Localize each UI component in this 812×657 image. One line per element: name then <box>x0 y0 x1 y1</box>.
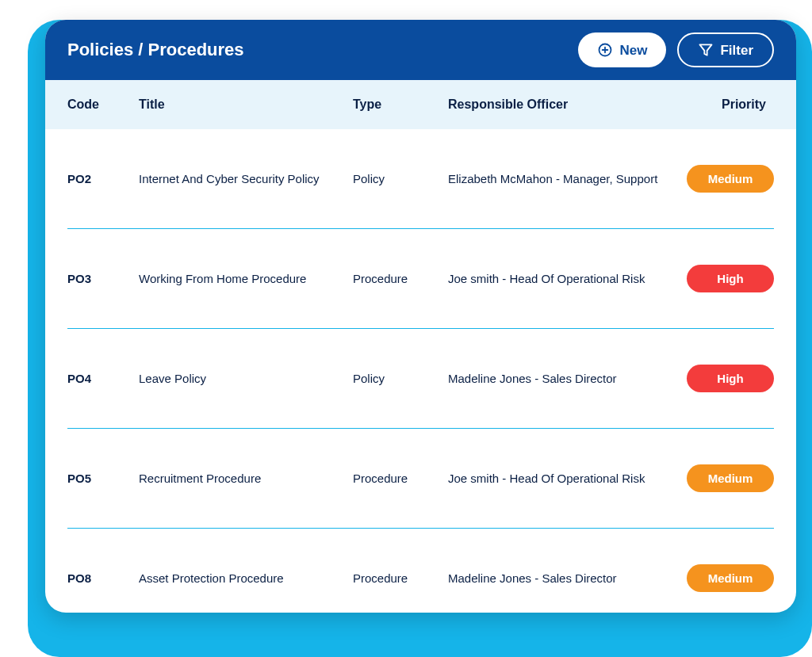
cell-priority: High <box>686 265 774 292</box>
new-button[interactable]: New <box>578 32 666 67</box>
cell-priority: High <box>686 365 774 392</box>
cell-officer: Joe smith - Head Of Operational Risk <box>448 272 686 285</box>
table-row[interactable]: PO3 Working From Home Procedure Procedur… <box>67 229 774 329</box>
table-row[interactable]: PO4 Leave Policy Policy Madeline Jones -… <box>67 329 774 429</box>
cell-code: PO4 <box>67 372 139 385</box>
cell-title: Recruitment Procedure <box>139 472 353 485</box>
table-row[interactable]: PO5 Recruitment Procedure Procedure Joe … <box>67 429 774 529</box>
table-body: PO2 Internet And Cyber Security Policy P… <box>45 129 796 613</box>
priority-badge: Medium <box>687 464 774 492</box>
priority-badge: Medium <box>687 165 774 193</box>
priority-badge: High <box>687 265 774 292</box>
filter-button-label: Filter <box>720 44 753 57</box>
policies-card: Policies / Procedures New <box>45 20 796 613</box>
cell-type: Policy <box>353 372 448 385</box>
col-header-title: Title <box>139 97 353 112</box>
priority-badge: Medium <box>687 564 774 592</box>
col-header-code: Code <box>67 97 139 112</box>
cell-title: Leave Policy <box>139 372 353 385</box>
background-panel: Policies / Procedures New <box>28 20 812 657</box>
cell-priority: Medium <box>686 564 774 592</box>
cell-type: Procedure <box>353 272 448 285</box>
cell-officer: Madeline Jones - Sales Director <box>448 571 686 585</box>
cell-code: PO8 <box>67 571 139 585</box>
table-row[interactable]: PO2 Internet And Cyber Security Policy P… <box>67 129 774 229</box>
cell-type: Procedure <box>353 472 448 485</box>
col-header-type: Type <box>353 97 448 112</box>
cell-priority: Medium <box>686 165 774 193</box>
table-row[interactable]: PO8 Asset Protection Procedure Procedure… <box>67 529 774 613</box>
filter-icon <box>698 42 714 58</box>
page-title: Policies / Procedures <box>67 40 244 60</box>
table-header: Code Title Type Responsible Officer Prio… <box>45 80 796 129</box>
new-button-label: New <box>619 44 647 57</box>
cell-code: PO2 <box>67 172 139 185</box>
card-header: Policies / Procedures New <box>45 20 796 80</box>
cell-code: PO3 <box>67 272 139 285</box>
priority-badge: High <box>687 365 774 392</box>
cell-type: Procedure <box>353 571 448 585</box>
filter-button[interactable]: Filter <box>677 32 774 67</box>
cell-code: PO5 <box>67 472 139 485</box>
plus-circle-icon <box>597 42 613 58</box>
col-header-officer: Responsible Officer <box>448 97 686 112</box>
cell-officer: Madeline Jones - Sales Director <box>448 372 686 385</box>
cell-type: Policy <box>353 172 448 185</box>
col-header-priority: Priority <box>686 97 774 112</box>
cell-title: Internet And Cyber Security Policy <box>139 172 353 185</box>
cell-title: Working From Home Procedure <box>139 272 353 285</box>
header-actions: New Filter <box>578 32 774 67</box>
cell-officer: Elizabeth McMahon - Manager, Support <box>448 172 686 185</box>
cell-title: Asset Protection Procedure <box>139 571 353 585</box>
svg-marker-3 <box>700 44 712 55</box>
cell-priority: Medium <box>686 464 774 492</box>
cell-officer: Joe smith - Head Of Operational Risk <box>448 472 686 485</box>
